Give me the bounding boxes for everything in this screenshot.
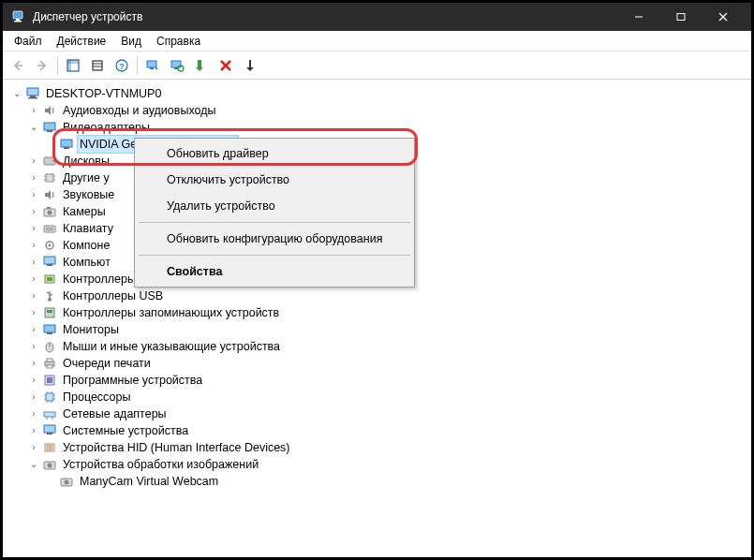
tree-category-audio[interactable]: › Аудиовходы и аудиовыходы	[7, 102, 747, 119]
chevron-down-icon[interactable]: ⌄	[27, 121, 40, 134]
tree-category-storage[interactable]: › Контроллеры запоминающих устройств	[7, 304, 747, 321]
device-tree[interactable]: ⌄ DESKTOP-VTNMUP0 › Аудиовходы и аудиовы…	[3, 80, 751, 557]
chevron-right-icon[interactable]: ›	[27, 424, 40, 437]
tree-category-monitors[interactable]: › Мониторы	[7, 321, 747, 338]
chevron-right-icon[interactable]: ›	[27, 155, 40, 168]
tree-label: Компоне	[61, 237, 111, 254]
chevron-right-icon[interactable]: ›	[27, 441, 40, 454]
tree-device-webcam[interactable]: ManyCam Virtual Webcam	[7, 473, 747, 490]
svg-rect-72	[44, 412, 55, 417]
svg-rect-63	[46, 393, 53, 401]
chevron-right-icon[interactable]: ›	[27, 391, 40, 404]
svg-rect-41	[44, 226, 55, 232]
chevron-right-icon[interactable]: ›	[27, 205, 40, 218]
svg-rect-12	[93, 61, 102, 70]
chevron-right-icon[interactable]: ›	[27, 171, 40, 184]
chevron-right-icon[interactable]: ›	[27, 323, 40, 336]
mouse-icon	[42, 339, 57, 354]
tree-category-system[interactable]: › Системные устройства	[7, 422, 747, 439]
svg-rect-2	[14, 21, 22, 22]
menu-view[interactable]: Вид	[113, 33, 149, 50]
disable-button[interactable]	[239, 54, 261, 77]
tree-label: Мониторы	[61, 321, 121, 338]
tree-root[interactable]: ⌄ DESKTOP-VTNMUP0	[7, 85, 747, 102]
chevron-right-icon[interactable]: ›	[27, 340, 40, 353]
title-bar: Диспетчер устройств	[3, 3, 751, 31]
menu-action[interactable]: Действие	[50, 33, 114, 50]
enable-device-button[interactable]	[190, 54, 213, 77]
tree-category-printq[interactable]: › Очереди печати	[7, 355, 747, 372]
chevron-down-icon[interactable]: ⌄	[27, 458, 40, 471]
chevron-right-icon[interactable]: ›	[27, 273, 40, 286]
chevron-right-icon[interactable]: ›	[27, 256, 40, 269]
ctx-separator	[139, 222, 410, 223]
forward-button	[31, 54, 53, 77]
tree-label: Очереди печати	[61, 355, 153, 372]
minimize-button[interactable]	[617, 3, 659, 31]
tree-label: Устройства HID (Human Interface Devices)	[61, 439, 292, 456]
toolbar-separator	[137, 56, 138, 75]
speaker-icon	[42, 103, 57, 118]
expander-empty	[44, 138, 57, 151]
tree-label: Другие у	[61, 169, 111, 186]
chevron-right-icon[interactable]: ›	[27, 188, 40, 201]
tree-category-software[interactable]: › Программные устройства	[7, 372, 747, 389]
menu-bar: Файл Действие Вид Справка	[3, 31, 751, 52]
chevron-right-icon[interactable]: ›	[27, 239, 40, 252]
ctx-scan-hardware[interactable]: Обновить конфигурацию оборудования	[137, 226, 412, 252]
chip-icon	[42, 170, 57, 185]
computer-icon	[25, 86, 40, 101]
webcam-icon	[59, 474, 74, 489]
ctx-remove-device[interactable]: Удалить устройство	[137, 193, 412, 219]
ctx-update-driver[interactable]: Обновить драйвер	[137, 140, 412, 167]
usb-icon	[42, 288, 57, 303]
update-driver-button[interactable]	[141, 54, 164, 77]
svg-rect-18	[150, 67, 154, 69]
tree-category-hid[interactable]: › Устройства HID (Human Interface Device…	[7, 439, 747, 456]
ctx-properties[interactable]: Свойства	[137, 258, 412, 285]
tree-category-cpu[interactable]: › Процессоры	[7, 389, 747, 405]
software-icon	[42, 373, 57, 388]
chevron-right-icon[interactable]: ›	[27, 222, 40, 235]
svg-rect-43	[46, 229, 53, 230]
monitor-icon	[42, 322, 57, 337]
chevron-right-icon[interactable]: ›	[27, 289, 40, 302]
close-button[interactable]	[702, 3, 744, 31]
chevron-down-icon[interactable]: ⌄	[10, 87, 23, 100]
tree-label: Камеры	[61, 203, 108, 220]
help-button[interactable]: ?	[111, 54, 133, 77]
chevron-right-icon[interactable]: ›	[27, 407, 40, 420]
scan-hardware-button[interactable]	[166, 54, 188, 77]
chevron-right-icon[interactable]: ›	[27, 104, 40, 117]
svg-rect-33	[46, 174, 53, 182]
svg-rect-27	[44, 123, 55, 130]
uninstall-button[interactable]	[214, 54, 237, 77]
menu-help[interactable]: Справка	[149, 33, 208, 50]
tree-category-usb[interactable]: › Контроллеры USB	[7, 287, 747, 304]
camera-icon	[42, 204, 57, 219]
tree-label: Видеоадаптеры	[61, 119, 152, 136]
svg-rect-53	[47, 310, 52, 313]
tree-category-imaging[interactable]: ⌄ Устройства обработки изображений	[7, 456, 747, 473]
svg-rect-46	[44, 257, 55, 264]
ctx-disable-device[interactable]: Отключить устройство	[137, 167, 412, 193]
tree-category-network[interactable]: › Сетевые адаптеры	[7, 405, 747, 422]
svg-rect-30	[64, 147, 69, 149]
expander-empty	[44, 475, 57, 488]
system-icon	[42, 423, 57, 438]
tree-label: ManyCam Virtual Webcam	[78, 473, 220, 490]
show-hidden-button[interactable]	[62, 54, 84, 77]
app-icon	[10, 9, 25, 24]
chevron-right-icon[interactable]: ›	[27, 357, 40, 370]
tree-category-video[interactable]: ⌄ Видеоадаптеры	[7, 119, 747, 136]
tree-category-mice[interactable]: › Мыши и иные указывающие устройства	[7, 338, 747, 355]
display-button[interactable]	[86, 54, 109, 77]
chevron-right-icon[interactable]: ›	[27, 374, 40, 387]
chevron-right-icon[interactable]: ›	[27, 306, 40, 319]
maximize-button[interactable]	[659, 3, 702, 31]
tree-label: Компьют	[61, 254, 112, 271]
network-icon	[42, 406, 57, 421]
menu-file[interactable]: Файл	[7, 33, 50, 50]
tree-label: Контроллеры USB	[61, 287, 165, 304]
svg-text:?: ?	[119, 61, 125, 70]
